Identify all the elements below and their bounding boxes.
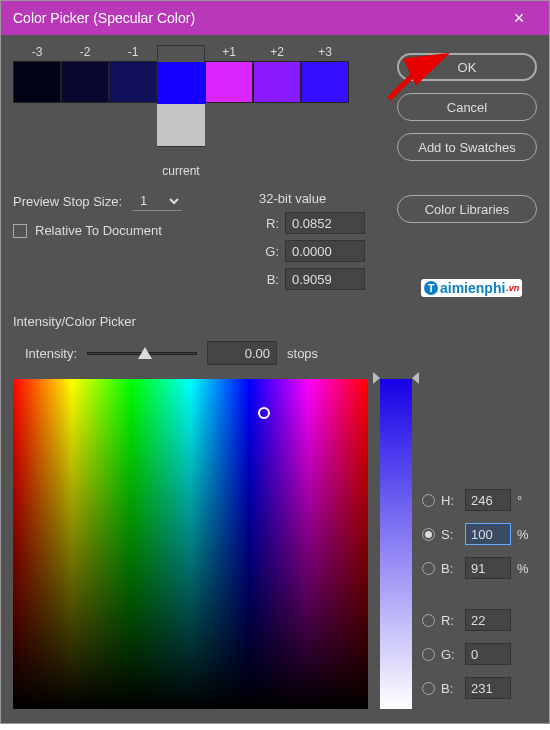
- rgb-b-input[interactable]: [465, 677, 511, 699]
- bit32-b-label: B:: [259, 272, 279, 287]
- bit32-g-label: G:: [259, 244, 279, 259]
- cancel-button[interactable]: Cancel: [397, 93, 537, 121]
- r-radio[interactable]: [422, 614, 435, 627]
- bit32-r-label: R:: [259, 216, 279, 231]
- slider-thumb-icon[interactable]: [138, 347, 152, 359]
- r-label: R:: [441, 613, 459, 628]
- swatch-label: +2: [270, 45, 284, 61]
- swatch-label: +3: [318, 45, 332, 61]
- swatch-current[interactable]: [157, 104, 205, 146]
- stop-swatches: -3 -2 -1 current +1 +2 +3: [13, 45, 389, 147]
- watermark: T aimienphi .vn: [421, 279, 522, 297]
- color-field[interactable]: [13, 379, 368, 709]
- titlebar[interactable]: Color Picker (Specular Color) ×: [1, 1, 549, 35]
- window-title: Color Picker (Specular Color): [13, 10, 499, 26]
- brightness-slider[interactable]: [380, 379, 412, 709]
- field-cursor-icon: [258, 407, 270, 419]
- ok-button[interactable]: OK: [397, 53, 537, 81]
- swatch-neg3[interactable]: [13, 61, 61, 103]
- h-radio[interactable]: [422, 494, 435, 507]
- slider-marker-left-icon: [373, 372, 380, 384]
- b-unit: %: [517, 561, 531, 576]
- r-input[interactable]: [465, 609, 511, 631]
- h-input[interactable]: [465, 489, 511, 511]
- relative-checkbox[interactable]: [13, 224, 27, 238]
- intensity-label: Intensity:: [25, 346, 77, 361]
- s-label: S:: [441, 527, 459, 542]
- s-input[interactable]: [465, 523, 511, 545]
- intensity-input[interactable]: [207, 341, 277, 365]
- bit32-r-input[interactable]: [285, 212, 365, 234]
- rgb-b-radio[interactable]: [422, 682, 435, 695]
- b-label: B:: [441, 561, 459, 576]
- swatch-new[interactable]: [157, 62, 205, 104]
- bit32-g-input[interactable]: [285, 240, 365, 262]
- intensity-section-label: Intensity/Color Picker: [13, 314, 537, 329]
- g-radio[interactable]: [422, 648, 435, 661]
- bit32-block: 32-bit value R: G: B:: [259, 191, 389, 296]
- h-label: H:: [441, 493, 459, 508]
- h-unit: °: [517, 493, 531, 508]
- swatch-pos3[interactable]: [301, 61, 349, 103]
- rgb-b-label: B:: [441, 681, 459, 696]
- swatch-label: +1: [222, 45, 236, 61]
- b-input[interactable]: [465, 557, 511, 579]
- intensity-unit: stops: [287, 346, 318, 361]
- watermark-icon: T: [424, 281, 438, 295]
- bit32-title: 32-bit value: [259, 191, 389, 206]
- close-button[interactable]: ×: [499, 1, 539, 35]
- close-icon: ×: [514, 8, 525, 29]
- b-radio[interactable]: [422, 562, 435, 575]
- relative-label: Relative To Document: [35, 223, 162, 238]
- add-swatches-button[interactable]: Add to Swatches: [397, 133, 537, 161]
- s-unit: %: [517, 527, 531, 542]
- g-label: G:: [441, 647, 459, 662]
- preview-stop-label: Preview Stop Size:: [13, 194, 122, 209]
- color-picker-dialog: Color Picker (Specular Color) × -3 -2 -1…: [0, 0, 550, 724]
- swatch-label: -3: [32, 45, 43, 61]
- preview-stop-select[interactable]: 1: [132, 191, 182, 211]
- g-input[interactable]: [465, 643, 511, 665]
- swatch-neg1[interactable]: [109, 61, 157, 103]
- swatch-neg2[interactable]: [61, 61, 109, 103]
- slider-marker-right-icon: [412, 372, 419, 384]
- s-radio[interactable]: [422, 528, 435, 541]
- dialog-content: -3 -2 -1 current +1 +2 +3: [1, 35, 549, 723]
- current-label: current: [158, 164, 204, 178]
- swatch-pos2[interactable]: [253, 61, 301, 103]
- swatch-pos1[interactable]: [205, 61, 253, 103]
- bit32-b-input[interactable]: [285, 268, 365, 290]
- intensity-slider[interactable]: [87, 352, 197, 355]
- swatch-label: -2: [80, 45, 91, 61]
- swatch-label: -1: [128, 45, 139, 61]
- color-libraries-button[interactable]: Color Libraries: [397, 195, 537, 223]
